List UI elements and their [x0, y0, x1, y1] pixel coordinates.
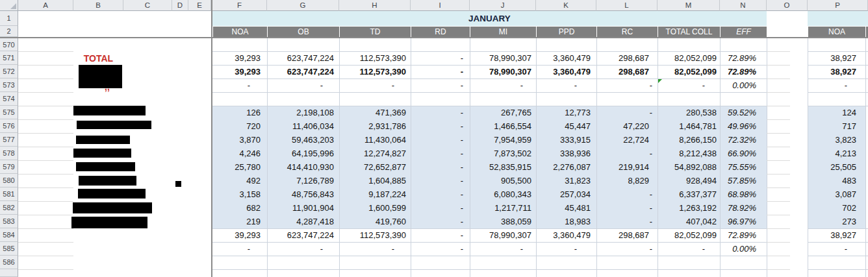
- row-header-585[interactable]: 585: [0, 242, 18, 256]
- cell-L584[interactable]: 298,687: [596, 228, 657, 242]
- cell-N580[interactable]: 57.85%: [720, 174, 767, 187]
- row-header-584[interactable]: 584: [0, 228, 18, 242]
- row-header-578[interactable]: 578: [0, 147, 18, 160]
- cell-F576[interactable]: 720: [212, 119, 267, 133]
- cell-G571[interactable]: 623,747,224: [267, 51, 339, 65]
- cell-H583[interactable]: 419,760: [339, 215, 411, 228]
- column-header-E[interactable]: E: [188, 0, 211, 11]
- cell-F571[interactable]: 39,293: [212, 51, 267, 65]
- cell-M577[interactable]: 8,266,150: [657, 133, 720, 147]
- row-header-580[interactable]: 580: [0, 174, 18, 187]
- cell-I575[interactable]: -: [411, 106, 470, 119]
- cell-I582[interactable]: -: [411, 201, 470, 215]
- cell-G581[interactable]: 48,756,843: [267, 187, 339, 201]
- cell-J581[interactable]: 6,080,343: [470, 187, 536, 201]
- cell-P583[interactable]: 273: [808, 215, 865, 228]
- cell-K578[interactable]: 338,936: [536, 147, 596, 160]
- cell-N582[interactable]: 78.92%: [720, 201, 767, 215]
- cell-K580[interactable]: 31,823: [536, 174, 596, 187]
- cell-P575[interactable]: 124: [808, 106, 865, 119]
- cell-G582[interactable]: 11,901,904: [267, 201, 339, 215]
- cell-H582[interactable]: 1,600,599: [339, 201, 411, 215]
- cell-K575[interactable]: 12,773: [536, 106, 596, 119]
- cell-F572[interactable]: 39,293: [212, 65, 267, 78]
- cell-N573[interactable]: 0.00%: [720, 78, 767, 92]
- cell-L580[interactable]: 8,829: [596, 174, 657, 187]
- cell-G577[interactable]: 59,463,203: [267, 133, 339, 147]
- cell-L581[interactable]: -: [596, 187, 657, 201]
- row-header-1[interactable]: 1: [0, 11, 18, 26]
- cell-G572[interactable]: 623,747,224: [267, 65, 339, 78]
- row-header-586[interactable]: 586: [0, 256, 18, 269]
- cell-K582[interactable]: 45,481: [536, 201, 596, 215]
- row-header-582[interactable]: 582: [0, 201, 18, 215]
- cell-J585[interactable]: -: [470, 242, 536, 256]
- field-header-noa[interactable]: NOA: [213, 27, 267, 37]
- column-header-G[interactable]: G: [267, 0, 339, 11]
- cell-F583[interactable]: 219: [212, 215, 267, 228]
- row-header-579[interactable]: 579: [0, 160, 18, 174]
- cell-M575[interactable]: 280,538: [657, 106, 720, 119]
- cell-I576[interactable]: -: [411, 119, 470, 133]
- cell-F585[interactable]: -: [212, 242, 267, 256]
- cell-J580[interactable]: 905,500: [470, 174, 536, 187]
- cell-J576[interactable]: 1,466,554: [470, 119, 536, 133]
- field-header-total-coll[interactable]: TOTAL COLL: [658, 27, 720, 37]
- cell-F582[interactable]: 682: [212, 201, 267, 215]
- cell-K576[interactable]: 45,447: [536, 119, 596, 133]
- column-header-K[interactable]: K: [536, 0, 596, 11]
- cell-M582[interactable]: 1,263,192: [657, 201, 720, 215]
- cell-J584[interactable]: 78,990,307: [470, 228, 536, 242]
- field-header-td[interactable]: TD: [340, 27, 411, 37]
- cell-N576[interactable]: 49.96%: [720, 119, 767, 133]
- cell-F580[interactable]: 492: [212, 174, 267, 187]
- field-header-eff[interactable]: EFF: [721, 27, 767, 37]
- cell-G584[interactable]: 623,747,224: [267, 228, 339, 242]
- cell-G583[interactable]: 4,287,418: [267, 215, 339, 228]
- row-header-574[interactable]: 574: [0, 92, 18, 106]
- cell-H573[interactable]: -: [339, 78, 411, 92]
- cell-L578[interactable]: -: [596, 147, 657, 160]
- cell-N581[interactable]: 68.98%: [720, 187, 767, 201]
- cell-J583[interactable]: 388,059: [470, 215, 536, 228]
- cell-P572[interactable]: 38,927: [808, 65, 865, 78]
- cell-G580[interactable]: 7,126,789: [267, 174, 339, 187]
- cell-N572[interactable]: 72.89%: [720, 65, 767, 78]
- cell-N584[interactable]: 72.89%: [720, 228, 767, 242]
- cell-J575[interactable]: 267,765: [470, 106, 536, 119]
- cell-M584[interactable]: 82,052,099: [657, 228, 720, 242]
- cell-I578[interactable]: -: [411, 147, 470, 160]
- cell-I583[interactable]: -: [411, 215, 470, 228]
- cell-P573[interactable]: -: [808, 78, 865, 92]
- cell-H578[interactable]: 12,274,827: [339, 147, 411, 160]
- next-month-banner-cell[interactable]: [808, 11, 868, 26]
- cell-K585[interactable]: -: [536, 242, 596, 256]
- row-header-571[interactable]: 571: [0, 51, 18, 65]
- cell-G578[interactable]: 64,195,996: [267, 147, 339, 160]
- cell-P585[interactable]: -: [808, 242, 865, 256]
- cell-M583[interactable]: 407,042: [657, 215, 720, 228]
- cell-F573[interactable]: -: [212, 78, 267, 92]
- cell-L571[interactable]: 298,687: [596, 51, 657, 65]
- cell-F578[interactable]: 4,246: [212, 147, 267, 160]
- cell-L583[interactable]: -: [596, 215, 657, 228]
- total-row-label[interactable]: TOTAL: [73, 51, 123, 65]
- cell-M571[interactable]: 82,052,099: [657, 51, 720, 65]
- column-header-P[interactable]: P: [808, 0, 868, 11]
- field-header-noa[interactable]: NOA: [808, 27, 865, 37]
- cell-P580[interactable]: 483: [808, 174, 865, 187]
- cell-H584[interactable]: 112,573,390: [339, 228, 411, 242]
- cell-K584[interactable]: 3,360,479: [536, 228, 596, 242]
- cell-N583[interactable]: 96.97%: [720, 215, 767, 228]
- cell-P577[interactable]: 3,823: [808, 133, 865, 147]
- column-header-H[interactable]: H: [339, 0, 411, 11]
- cell-F581[interactable]: 3,158: [212, 187, 267, 201]
- cell-N585[interactable]: 0.00%: [720, 242, 767, 256]
- row-header-583[interactable]: 583: [0, 215, 18, 228]
- cell-K573[interactable]: -: [536, 78, 596, 92]
- cell-P582[interactable]: 702: [808, 201, 865, 215]
- cell-H585[interactable]: -: [339, 242, 411, 256]
- field-header-rc[interactable]: RC: [597, 27, 657, 37]
- row-header-570[interactable]: 570: [0, 38, 18, 51]
- row-header-573[interactable]: 573: [0, 78, 18, 92]
